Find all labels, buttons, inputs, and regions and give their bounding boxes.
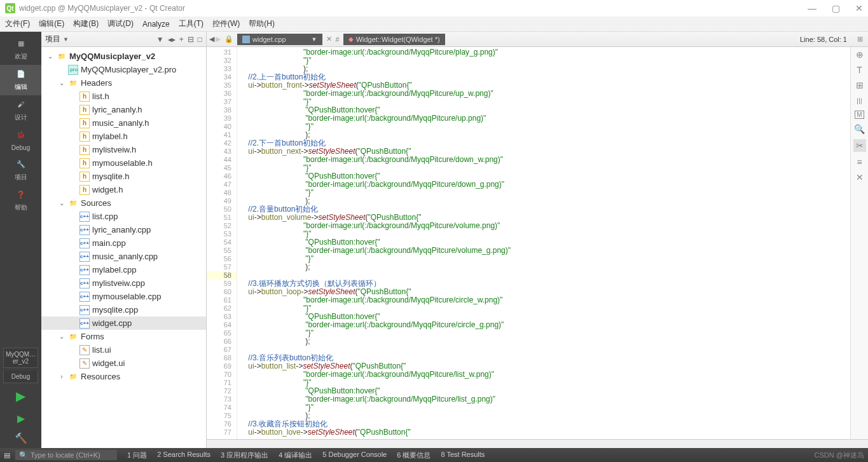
tree-item[interactable]: ✎list.ui — [41, 343, 206, 357]
run-button[interactable]: ▶ — [11, 383, 31, 409]
text-icon[interactable]: T — [857, 65, 862, 75]
kit-selector[interactable]: MyQQM…er_v2 — [3, 348, 38, 368]
project-header: 项目 ▼ ▼ ◂▸ + ⊟ □ — [41, 32, 206, 47]
horizontal-scrollbar[interactable] — [207, 439, 868, 448]
menu-item[interactable]: 帮助(H) — [249, 18, 275, 29]
debug-button[interactable]: ▶ — [13, 409, 29, 428]
menu-item[interactable]: 文件(F) — [5, 18, 30, 29]
project-pane: 项目 ▼ ▼ ◂▸ + ⊟ □ ⌄📁MyQQMusicplayer_v2.pro… — [41, 32, 207, 448]
back-icon[interactable]: ◀ — [209, 35, 214, 43]
tree-item[interactable]: ⌄📁MyQQMusicplayer_v2 — [41, 50, 206, 63]
mode-欢迎[interactable]: ▦欢迎 — [0, 34, 41, 65]
split-icon[interactable]: ⊞ — [855, 35, 865, 43]
doc-icon: 📄 — [15, 70, 27, 81]
grid-icon: ▦ — [15, 39, 27, 51]
output-tab[interactable]: 1 问题 — [122, 451, 152, 460]
qt-icon: Qt — [5, 3, 15, 13]
mode-Debug[interactable]: 🐞Debug — [0, 126, 41, 155]
tree-item[interactable]: c++list.cpp — [41, 210, 206, 223]
m-icon[interactable]: M — [855, 111, 864, 119]
tree-item[interactable]: hwidget.h — [41, 183, 206, 196]
maximize-button[interactable]: ▢ — [832, 3, 840, 13]
mode-设计[interactable]: 🖌设计 — [0, 95, 41, 126]
tree-item[interactable]: c++mylabel.cpp — [41, 263, 206, 276]
output-tab[interactable]: 5 Debugger Console — [317, 451, 392, 460]
tree-item[interactable]: ⌄📁Sources — [41, 196, 206, 210]
expand-icon[interactable]: ⌄ — [58, 333, 65, 340]
h-icon: h — [79, 132, 90, 142]
tree-item[interactable]: c++mylistveiw.cpp — [41, 276, 206, 290]
menu-item[interactable]: 调试(D) — [107, 18, 134, 29]
cut-icon[interactable]: ✂ — [853, 139, 866, 152]
tree-item[interactable]: hmysqlite.h — [41, 170, 206, 183]
symbol-selector[interactable]: ◆ Widget::Widget(QWidget *) — [343, 34, 445, 45]
tree-item[interactable]: c++mymouselable.cpp — [41, 290, 206, 303]
forward-icon[interactable]: ▶ — [216, 35, 221, 43]
tree-item[interactable]: c++lyric_ananly.cpp — [41, 223, 206, 236]
project-tree[interactable]: ⌄📁MyQQMusicplayer_v2.proMyQQMusicplayer_… — [41, 47, 206, 448]
grid-icon[interactable]: ⊞ — [856, 80, 864, 90]
tree-item[interactable]: c++music_ananly.cpp — [41, 250, 206, 263]
output-tab[interactable]: 6 概要信息 — [392, 451, 436, 460]
tree-item[interactable]: .proMyQQMusicplayer_v2.pro — [41, 63, 206, 76]
tree-item[interactable]: c++mysqlite.cpp — [41, 303, 206, 316]
tree-item[interactable]: hmusic_ananly.h — [41, 116, 206, 130]
tree-item[interactable]: hmymouselable.h — [41, 156, 206, 170]
bars-icon[interactable]: ⫼ — [855, 95, 864, 105]
brush-icon: 🖌 — [15, 100, 27, 112]
toggle-sidebar-icon[interactable]: ▤ — [4, 451, 10, 459]
tree-item[interactable]: ⌄📁Headers — [41, 76, 206, 90]
tree-item[interactable]: c++main.cpp — [41, 236, 206, 250]
folder-icon: 📁 — [68, 372, 78, 382]
expand-icon[interactable]: ⌄ — [46, 53, 54, 60]
file-selector[interactable]: widget.cpp ▼ — [237, 34, 322, 45]
help-icon: ❓ — [15, 191, 27, 202]
tree-item[interactable]: hlist.h — [41, 90, 206, 103]
cpp-icon: c++ — [79, 252, 90, 262]
menu-item[interactable]: 构建(B) — [73, 18, 99, 29]
expand-icon[interactable]: ⌄ — [58, 200, 65, 207]
minimize-button[interactable]: — — [808, 3, 816, 13]
filter-icon[interactable]: ▼ — [156, 35, 164, 44]
menu-item[interactable]: Analyze — [142, 20, 170, 29]
lock-icon[interactable]: 🔒 — [224, 35, 233, 43]
sync-icon[interactable]: ◂▸ — [168, 35, 176, 44]
zoom-icon[interactable]: 🔍 — [854, 124, 865, 134]
expand-icon[interactable]: › — [58, 373, 65, 380]
split-icon[interactable]: ⊟ — [188, 35, 194, 44]
cpp-icon: c++ — [79, 265, 90, 275]
output-tab[interactable]: 2 Search Results — [152, 451, 216, 460]
mode-帮助[interactable]: ❓帮助 — [0, 186, 41, 216]
list-icon[interactable]: ≡ — [857, 157, 862, 167]
output-tab[interactable]: 3 应用程序输出 — [216, 451, 273, 460]
tree-item[interactable]: hlyric_ananly.h — [41, 103, 206, 116]
expand-icon[interactable]: ⌄ — [58, 79, 65, 86]
tree-item[interactable]: c++widget.cpp — [41, 316, 206, 330]
h-icon: h — [79, 118, 90, 128]
build-config[interactable]: Debug — [3, 370, 38, 383]
add-icon[interactable]: + — [179, 35, 184, 44]
tree-item[interactable]: ›📁Resources — [41, 370, 206, 383]
target-icon[interactable]: ⊕ — [856, 50, 864, 60]
output-tab[interactable]: 4 编译输出 — [273, 451, 317, 460]
cpp-file-icon — [242, 36, 250, 43]
locator-input[interactable]: 🔍 Type to locate (Ctrl+K) — [15, 450, 117, 460]
tree-item[interactable]: hmylabel.h — [41, 130, 206, 143]
tree-item[interactable]: ⌄📁Forms — [41, 330, 206, 343]
mode-项目[interactable]: 🔧项目 — [0, 155, 41, 186]
menu-item[interactable]: 编辑(E) — [39, 18, 64, 29]
close-button[interactable]: ✕ — [855, 3, 863, 13]
menu-item[interactable]: 工具(T) — [179, 18, 203, 29]
tree-item[interactable]: hmylistveiw.h — [41, 143, 206, 156]
build-button[interactable]: 🔨 — [11, 428, 31, 448]
menu-item[interactable]: 控件(W) — [212, 18, 240, 29]
output-tab[interactable]: 8 Test Results — [436, 451, 490, 460]
cpp-icon: c++ — [79, 292, 90, 302]
mode-编辑[interactable]: 📄编辑 — [0, 65, 41, 95]
status-bar: ▤ 🔍 Type to locate (Ctrl+K) 1 问题2 Search… — [0, 448, 868, 462]
code-editor[interactable]: "border-image:url(:/background/MyqqPitcu… — [237, 47, 850, 439]
close-pane-icon[interactable]: □ — [198, 35, 202, 44]
tree-item[interactable]: ✎widget.ui — [41, 357, 206, 370]
x-icon[interactable]: ✕ — [856, 172, 864, 182]
wrench-icon: 🔧 — [15, 160, 27, 172]
